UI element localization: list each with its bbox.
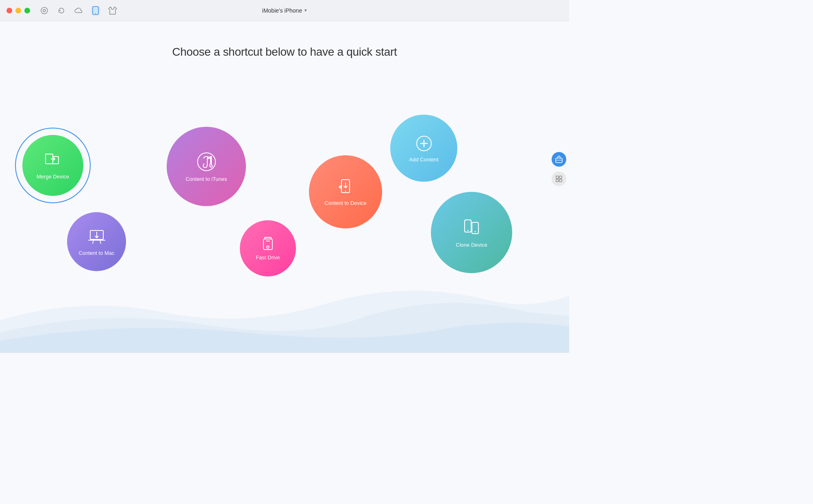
traffic-lights (7, 8, 30, 13)
svg-point-11 (267, 246, 269, 248)
add-content-button[interactable]: Add Content (390, 115, 457, 182)
cloud-icon[interactable] (74, 6, 83, 15)
dropdown-chevron: ▾ (304, 8, 307, 13)
content-to-itunes-button[interactable]: Content to iTunes (167, 127, 246, 206)
svg-point-1 (43, 9, 46, 12)
shirt-icon[interactable] (108, 6, 117, 15)
svg-point-17 (467, 230, 469, 231)
svg-rect-21 (559, 176, 562, 178)
sidebar-right (549, 42, 569, 186)
content-to-mac-button[interactable]: Content to Mac (67, 212, 126, 271)
briefcase-icon (555, 156, 563, 163)
svg-point-7 (198, 153, 215, 171)
grid-button[interactable] (552, 172, 566, 186)
fast-drive-icon (260, 236, 276, 251)
content-to-itunes-icon (196, 151, 217, 173)
main-content: Choose a shortcut below to have a quick … (0, 21, 569, 353)
close-button[interactable] (7, 8, 12, 13)
content-to-mac-icon (87, 227, 107, 247)
page-headline: Choose a shortcut below to have a quick … (172, 46, 397, 59)
svg-rect-20 (556, 176, 559, 178)
shortcuts-container: Merge Device Content to Mac Content to i… (0, 74, 569, 353)
phone-icon[interactable] (91, 6, 100, 15)
music-icon[interactable] (40, 6, 49, 15)
fast-drive-button[interactable]: Fast Drive (240, 220, 296, 276)
svg-point-13 (345, 191, 346, 192)
svg-rect-23 (559, 179, 562, 182)
briefcase-button[interactable] (552, 152, 566, 167)
svg-rect-10 (266, 241, 270, 241)
add-content-icon (414, 134, 434, 153)
titlebar: iMobie's iPhone ▾ (0, 0, 569, 21)
svg-point-18 (475, 231, 476, 232)
merge-device-icon (43, 151, 63, 170)
clone-device-icon (461, 217, 483, 239)
svg-rect-9 (263, 239, 272, 250)
minimize-button[interactable] (15, 8, 21, 13)
merge-device-button[interactable]: Merge Device (22, 135, 83, 196)
maximize-button[interactable] (24, 8, 30, 13)
grid-icon (556, 176, 562, 182)
clone-device-button[interactable]: Clone Device (431, 192, 512, 273)
svg-point-0 (41, 7, 48, 14)
content-to-device-button[interactable]: Content to Device (309, 155, 382, 228)
svg-point-3 (95, 13, 96, 14)
content-to-device-icon (336, 177, 355, 197)
titlebar-icons (40, 6, 117, 15)
svg-rect-22 (556, 179, 559, 182)
device-title[interactable]: iMobie's iPhone ▾ (262, 7, 307, 14)
refresh-icon[interactable] (57, 6, 66, 15)
